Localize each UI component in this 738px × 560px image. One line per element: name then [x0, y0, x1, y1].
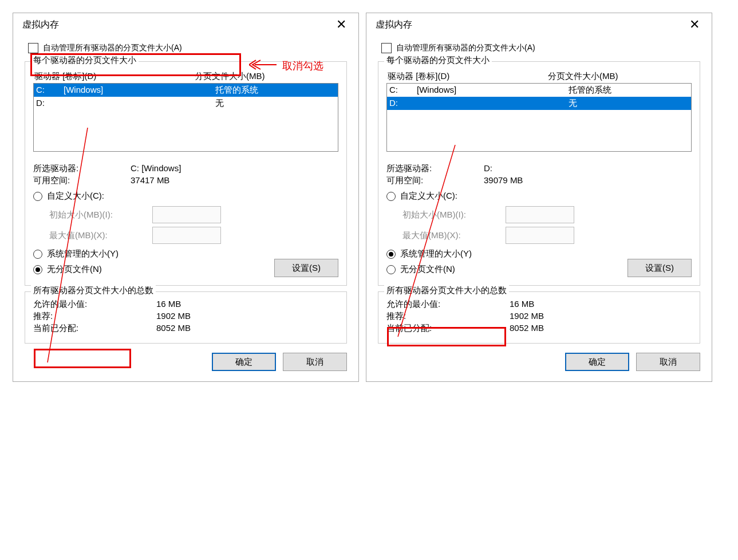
drive-list-header: 驱动器 [卷标](D) 分页文件大小(MB) [34, 71, 338, 82]
selected-drive-label: 所选驱动器: [33, 163, 131, 174]
cancel-button[interactable]: 取消 [636, 353, 700, 371]
min-value: 16 MB [156, 299, 181, 310]
drive-row[interactable]: C: [Windows] 托管的系统 [34, 84, 338, 97]
cur-label: 当前已分配: [386, 323, 510, 334]
drive-row[interactable]: D: 无 [34, 97, 338, 110]
min-label: 允许的最小值: [33, 299, 156, 310]
per-drive-legend: 每个驱动器的分页文件大小 [384, 55, 492, 66]
per-drive-group: 每个驱动器的分页文件大小 驱动器 [卷标](D) 分页文件大小(MB) C: [… [378, 61, 700, 286]
min-value: 16 MB [510, 299, 534, 310]
max-size-label: 最大值(MB)(X): [402, 230, 506, 241]
close-icon[interactable]: ✕ [330, 17, 353, 33]
auto-manage-label: 自动管理所有驱动器的分页文件大小(A) [396, 43, 535, 53]
free-space-value: 39079 MB [484, 175, 523, 186]
drive-row[interactable]: C: [Windows] 托管的系统 [387, 84, 691, 97]
ok-button[interactable]: 确定 [565, 353, 629, 371]
col-size: 分页文件大小(MB) [548, 71, 618, 82]
close-icon[interactable]: ✕ [683, 17, 706, 33]
radio-system-label: 系统管理的大小(Y) [400, 249, 472, 259]
radio-icon[interactable] [386, 265, 396, 274]
drive-list[interactable]: C: [Windows] 托管的系统 D: 无 [33, 83, 338, 152]
radio-system-managed[interactable]: 系统管理的大小(Y) [386, 249, 692, 259]
radio-system-label: 系统管理的大小(Y) [47, 249, 119, 259]
free-space-label: 可用空间: [386, 175, 484, 186]
max-size-input[interactable] [152, 227, 221, 244]
checkbox-icon[interactable] [381, 43, 392, 53]
per-drive-legend: 每个驱动器的分页文件大小 [31, 55, 139, 66]
ok-button[interactable]: 确定 [212, 353, 276, 371]
initial-size-input[interactable] [152, 206, 221, 223]
drive-row[interactable]: D: 无 [387, 97, 691, 110]
radio-icon[interactable] [33, 192, 42, 201]
set-button[interactable]: 设置(S) [274, 259, 338, 277]
radio-icon[interactable] [33, 265, 42, 274]
drive-size: 托管的系统 [215, 85, 336, 96]
drive-list-header: 驱动器 [卷标](D) 分页文件大小(MB) [388, 71, 692, 82]
dialog-title: 虚拟内存 [376, 19, 683, 31]
titlebar: 虚拟内存 ✕ [13, 13, 358, 38]
cancel-button[interactable]: 取消 [283, 353, 347, 371]
drive-list[interactable]: C: [Windows] 托管的系统 D: 无 [386, 83, 692, 152]
radio-icon[interactable] [33, 250, 42, 259]
dialog-title: 虚拟内存 [22, 19, 330, 31]
initial-size-input[interactable] [506, 206, 574, 223]
drive-size: 托管的系统 [569, 85, 689, 96]
radio-icon[interactable] [386, 250, 396, 259]
radio-icon[interactable] [386, 192, 396, 201]
selected-drive-label: 所选驱动器: [386, 163, 484, 174]
radio-custom-size[interactable]: 自定义大小(C): [386, 191, 692, 202]
virtual-memory-dialog-right: 虚拟内存 ✕ 自动管理所有驱动器的分页文件大小(A) 每个驱动器的分页文件大小 … [366, 13, 712, 382]
drive-letter: D: [36, 98, 64, 109]
cur-value: 8052 MB [156, 323, 191, 334]
checkbox-icon[interactable] [28, 43, 38, 53]
free-space-label: 可用空间: [33, 175, 131, 186]
max-size-label: 最大值(MB)(X): [49, 230, 152, 241]
drive-size: 无 [215, 98, 336, 109]
drive-label: [Windows] [64, 85, 215, 96]
cur-label: 当前已分配: [33, 323, 156, 334]
drive-letter: C: [36, 85, 64, 96]
drive-label [417, 98, 569, 109]
titlebar: 虚拟内存 ✕ [366, 13, 712, 38]
col-drive: 驱动器 [卷标](D) [388, 71, 548, 82]
min-label: 允许的最小值: [386, 299, 510, 310]
radio-custom-size[interactable]: 自定义大小(C): [33, 191, 338, 202]
auto-manage-label: 自动管理所有驱动器的分页文件大小(A) [43, 43, 182, 53]
initial-size-label: 初始大小(MB)(I): [49, 210, 152, 220]
per-drive-group: 每个驱动器的分页文件大小 驱动器 [卷标](D) 分页文件大小(MB) C: [… [25, 61, 347, 286]
total-group: 所有驱动器分页文件大小的总数 允许的最小值:16 MB 推荐:1902 MB 当… [378, 291, 700, 344]
drive-letter: C: [389, 85, 417, 96]
drive-letter: D: [389, 98, 417, 109]
selected-drive-value: D: [484, 163, 492, 174]
set-button[interactable]: 设置(S) [628, 259, 692, 277]
initial-size-label: 初始大小(MB)(I): [402, 210, 506, 220]
virtual-memory-dialog-left: 虚拟内存 ✕ 自动管理所有驱动器的分页文件大小(A) 每个驱动器的分页文件大小 … [13, 13, 359, 382]
radio-none-label: 无分页文件(N) [400, 264, 455, 275]
col-drive: 驱动器 [卷标](D) [34, 71, 195, 82]
total-group: 所有驱动器分页文件大小的总数 允许的最小值:16 MB 推荐:1902 MB 当… [25, 291, 347, 344]
radio-system-managed[interactable]: 系统管理的大小(Y) [33, 249, 338, 259]
rec-value: 1902 MB [510, 311, 544, 322]
total-legend: 所有驱动器分页文件大小的总数 [31, 285, 156, 296]
free-space-value: 37417 MB [131, 175, 169, 186]
radio-none-label: 无分页文件(N) [47, 264, 102, 275]
radio-custom-label: 自定义大小(C): [400, 191, 457, 202]
radio-custom-label: 自定义大小(C): [47, 191, 104, 202]
cur-value: 8052 MB [510, 323, 544, 334]
selected-drive-value: C: [Windows] [131, 163, 181, 174]
drive-label [64, 98, 215, 109]
drive-size: 无 [569, 98, 689, 109]
rec-value: 1902 MB [156, 311, 191, 322]
total-legend: 所有驱动器分页文件大小的总数 [384, 285, 509, 296]
col-size: 分页文件大小(MB) [195, 71, 265, 82]
drive-label: [Windows] [417, 85, 569, 96]
rec-label: 推荐: [386, 311, 510, 322]
rec-label: 推荐: [33, 311, 156, 322]
max-size-input[interactable] [506, 227, 574, 244]
